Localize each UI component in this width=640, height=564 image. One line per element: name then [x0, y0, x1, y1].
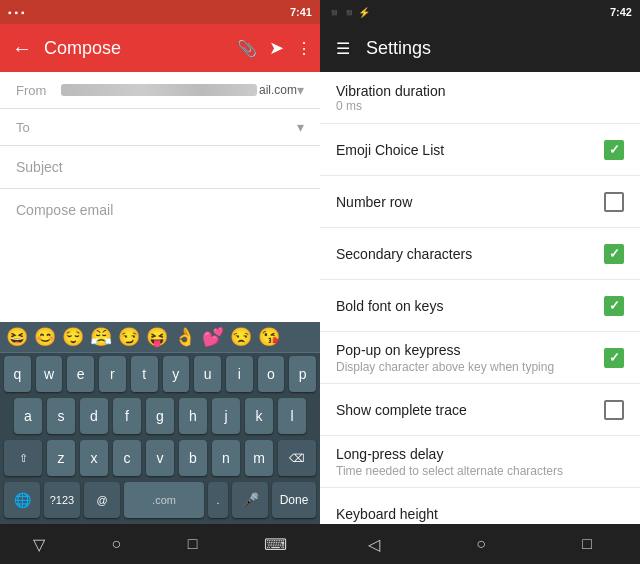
number-key[interactable]: ?123 — [44, 482, 80, 518]
key-d[interactable]: d — [80, 398, 108, 434]
settings-item-vibration-duration[interactable]: Vibration duration 0 ms — [320, 72, 640, 124]
bold-font-checkbox[interactable] — [604, 296, 624, 316]
nav-right-home-icon[interactable]: ○ — [476, 535, 486, 553]
right-panel: ◾ ◾ ⚡ 7:42 ☰ Settings Vibration duration… — [320, 0, 640, 564]
settings-item-number-row-content: Number row — [336, 194, 604, 210]
settings-item-long-press-delay[interactable]: Long-press delay Time needed to select a… — [320, 436, 640, 488]
emoji-hearts[interactable]: 💕 — [202, 326, 224, 348]
complete-trace-checkbox[interactable] — [604, 400, 624, 420]
nav-right-recents-icon[interactable]: □ — [582, 535, 592, 553]
nav-right-back-icon[interactable]: ◁ — [368, 535, 380, 554]
key-p[interactable]: p — [289, 356, 316, 392]
key-l[interactable]: l — [278, 398, 306, 434]
settings-item-complete-trace[interactable]: Show complete trace — [320, 384, 640, 436]
popup-keypress-checkbox[interactable] — [604, 348, 624, 368]
done-key[interactable]: Done — [272, 482, 316, 518]
key-z[interactable]: z — [47, 440, 75, 476]
settings-item-secondary-characters[interactable]: Secondary characters — [320, 228, 640, 280]
settings-item-popup-keypress[interactable]: Pop-up on keypress Display character abo… — [320, 332, 640, 384]
settings-item-keyboard-height-content: Keyboard height — [336, 506, 624, 522]
more-options-icon[interactable]: ⋮ — [296, 39, 312, 58]
key-j[interactable]: j — [212, 398, 240, 434]
key-b[interactable]: b — [179, 440, 207, 476]
language-key[interactable]: 🌐 — [4, 482, 40, 518]
space-key[interactable]: .com — [124, 482, 204, 518]
to-row[interactable]: To ▾ — [0, 109, 320, 146]
key-row-2: a s d f g h j k l — [0, 395, 320, 437]
key-v[interactable]: v — [146, 440, 174, 476]
settings-item-vibration-title: Vibration duration — [336, 83, 624, 99]
emoji-stuck-out-tongue[interactable]: 😝 — [146, 326, 168, 348]
nav-bar-left: ▽ ○ □ ⌨ — [0, 524, 320, 564]
number-row-checkbox[interactable] — [604, 192, 624, 212]
nav-back-icon[interactable]: ▽ — [33, 535, 45, 554]
settings-item-emoji-choice[interactable]: Emoji Choice List — [320, 124, 640, 176]
send-button[interactable]: ➤ — [269, 37, 284, 59]
settings-item-secondary-title: Secondary characters — [336, 246, 604, 262]
key-o[interactable]: o — [258, 356, 285, 392]
mic-key[interactable]: 🎤 — [232, 482, 268, 518]
settings-item-popup-content: Pop-up on keypress Display character abo… — [336, 342, 604, 374]
hamburger-icon[interactable]: ☰ — [336, 39, 350, 58]
attach-icon[interactable]: 📎 — [237, 39, 257, 58]
from-chevron: ▾ — [297, 82, 304, 98]
key-u[interactable]: u — [194, 356, 221, 392]
key-q[interactable]: q — [4, 356, 31, 392]
right-icon-2: ◾ — [343, 7, 355, 18]
emoji-unamused[interactable]: 😒 — [230, 326, 252, 348]
settings-item-trace-content: Show complete trace — [336, 402, 604, 418]
key-s[interactable]: s — [47, 398, 75, 434]
emoji-relieved[interactable]: 😌 — [62, 326, 84, 348]
key-c[interactable]: c — [113, 440, 141, 476]
key-m[interactable]: m — [245, 440, 273, 476]
key-n[interactable]: n — [212, 440, 240, 476]
key-k[interactable]: k — [245, 398, 273, 434]
key-f[interactable]: f — [113, 398, 141, 434]
android-icon: ▪ — [8, 7, 12, 18]
key-e[interactable]: e — [67, 356, 94, 392]
back-button[interactable]: ← — [8, 33, 36, 64]
nav-recents-icon[interactable]: □ — [188, 535, 198, 553]
keyboard: 😆 😊 😌 😤 😏 😝 👌 💕 😒 😘 q w e r t y u i o p — [0, 322, 320, 524]
emoji-choice-checkbox[interactable] — [604, 140, 624, 160]
settings-item-bold-font-title: Bold font on keys — [336, 298, 604, 314]
at-key[interactable]: @ — [84, 482, 120, 518]
compose-title: Compose — [44, 38, 229, 59]
settings-item-number-row[interactable]: Number row — [320, 176, 640, 228]
key-r[interactable]: r — [99, 356, 126, 392]
key-a[interactable]: a — [14, 398, 42, 434]
settings-item-vibration-content: Vibration duration 0 ms — [336, 83, 624, 113]
email-body-area[interactable]: Compose email — [0, 189, 320, 249]
key-i[interactable]: i — [226, 356, 253, 392]
key-w[interactable]: w — [36, 356, 63, 392]
secondary-characters-checkbox[interactable] — [604, 244, 624, 264]
emoji-pouting[interactable]: 😤 — [90, 326, 112, 348]
nav-home-icon[interactable]: ○ — [112, 535, 122, 553]
compose-form: From ail.com ▾ To ▾ Subject Compose emai… — [0, 72, 320, 322]
key-h[interactable]: h — [179, 398, 207, 434]
to-label: To — [16, 120, 61, 135]
key-t[interactable]: t — [131, 356, 158, 392]
key-y[interactable]: y — [163, 356, 190, 392]
compose-app-bar: ← Compose 📎 ➤ ⋮ — [0, 24, 320, 72]
settings-item-keyboard-height[interactable]: Keyboard height — [320, 488, 640, 524]
shift-key[interactable]: ⇧ — [4, 440, 42, 476]
email-placeholder: Compose email — [16, 202, 113, 218]
settings-item-longpress-content: Long-press delay Time needed to select a… — [336, 446, 624, 478]
backspace-key[interactable]: ⌫ — [278, 440, 316, 476]
settings-item-bold-font[interactable]: Bold font on keys — [320, 280, 640, 332]
key-g[interactable]: g — [146, 398, 174, 434]
subject-row[interactable]: Subject — [0, 146, 320, 189]
emoji-ok-hand[interactable]: 👌 — [174, 326, 196, 348]
key-x[interactable]: x — [80, 440, 108, 476]
emoji-laughing[interactable]: 😆 — [6, 326, 28, 348]
emoji-kiss[interactable]: 😘 — [258, 326, 280, 348]
settings-item-trace-title: Show complete trace — [336, 402, 604, 418]
right-time: 7:42 — [610, 6, 632, 18]
emoji-smile[interactable]: 😊 — [34, 326, 56, 348]
nav-keyboard-icon[interactable]: ⌨ — [264, 535, 287, 554]
period-key[interactable]: . — [208, 482, 228, 518]
settings-item-longpress-title: Long-press delay — [336, 446, 624, 462]
settings-item-longpress-subtitle: Time needed to select alternate characte… — [336, 464, 624, 478]
emoji-smirk[interactable]: 😏 — [118, 326, 140, 348]
